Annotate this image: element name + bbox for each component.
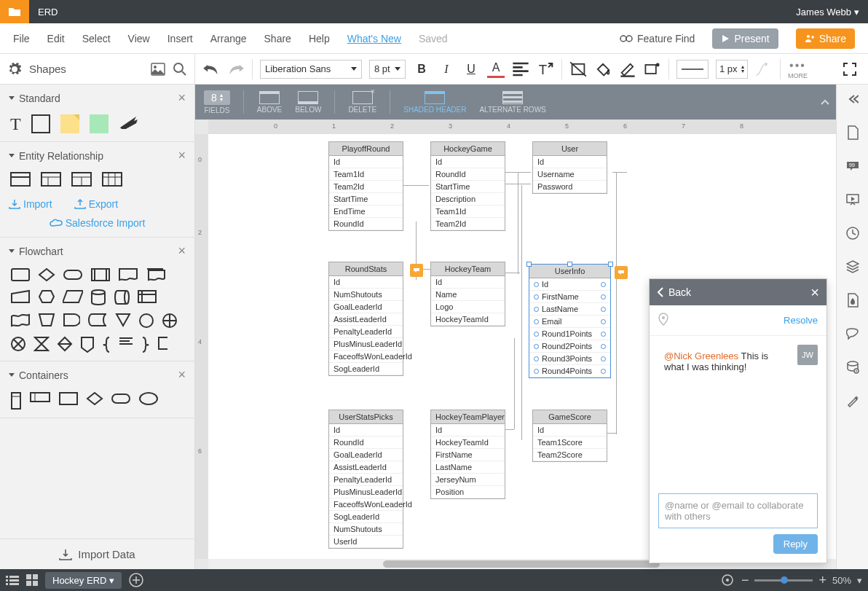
close-icon[interactable]: ×: [178, 243, 186, 259]
magic-icon[interactable]: [844, 392, 861, 410]
import-data-button[interactable]: Import Data: [0, 539, 194, 569]
shape-predefined[interactable]: [90, 267, 111, 282]
erd-table-roundstats[interactable]: RoundStats Id NumShutouts GoalLeaderId A…: [328, 262, 403, 376]
erd-add-below[interactable]: BELOW: [295, 91, 321, 114]
comment-badge-icon[interactable]: [615, 266, 628, 279]
shape-preparation[interactable]: [38, 289, 55, 304]
shape-container-5[interactable]: [111, 391, 131, 406]
share-button[interactable]: Share: [796, 28, 855, 49]
shape-decision[interactable]: [38, 267, 55, 282]
crop-button[interactable]: [569, 60, 587, 78]
fill-button[interactable]: [594, 60, 612, 78]
speech-bubble-icon[interactable]: 99: [844, 157, 861, 175]
drop-icon[interactable]: [844, 291, 861, 309]
menu-select[interactable]: Select: [82, 33, 111, 44]
menu-arrange[interactable]: Arrange: [210, 33, 247, 44]
menu-insert[interactable]: Insert: [167, 33, 193, 44]
shape-options-button[interactable]: [644, 60, 661, 78]
menu-whats-new[interactable]: What's New: [347, 33, 401, 44]
shape-arrow[interactable]: [119, 114, 139, 129]
text-color-button[interactable]: A: [487, 60, 505, 78]
section-entity-header[interactable]: Entity Relationship ×: [0, 142, 194, 169]
shape-note[interactable]: [60, 114, 79, 133]
zoom-level[interactable]: 50%: [832, 575, 851, 586]
shape-container-3[interactable]: [58, 391, 79, 406]
erd-table-hockeygame[interactable]: HockeyGame Id RoundId StartTime Descript…: [430, 141, 505, 231]
shape-process[interactable]: [10, 267, 31, 282]
shape-off-page[interactable]: [80, 336, 95, 353]
shape-erd-4[interactable]: [102, 172, 122, 187]
grid-view-icon[interactable]: [26, 574, 38, 586]
shape-data[interactable]: [63, 289, 83, 304]
rail-collapse-button[interactable]: [844, 90, 861, 108]
more-toolbar-button[interactable]: ••• MORE: [788, 59, 808, 79]
shape-terminator[interactable]: [63, 267, 83, 282]
section-containers-header[interactable]: Containers ×: [0, 361, 194, 388]
erd-delete-row[interactable]: ×DELETE: [348, 91, 376, 114]
presentation-icon[interactable]: [844, 191, 861, 208]
align-button[interactable]: [512, 60, 529, 78]
shape-multidoc[interactable]: [146, 267, 166, 282]
close-icon[interactable]: ×: [178, 90, 186, 106]
menu-file[interactable]: File: [13, 33, 30, 44]
shape-rect[interactable]: [31, 114, 50, 133]
font-size-select[interactable]: 8 pt: [369, 60, 406, 79]
zoom-slider[interactable]: [754, 579, 813, 582]
shape-block[interactable]: [90, 114, 108, 133]
font-select[interactable]: Liberation Sans: [260, 60, 362, 79]
comment-back-button[interactable]: Back: [657, 286, 691, 298]
underline-button[interactable]: U: [462, 60, 480, 78]
shape-annotation[interactable]: [157, 336, 172, 351]
shape-internal-storage[interactable]: [137, 289, 157, 304]
data-link-icon[interactable]: [844, 359, 861, 376]
comment-badge-icon[interactable]: [410, 264, 423, 277]
shape-stored-data[interactable]: [87, 313, 108, 327]
shape-text[interactable]: T: [10, 114, 21, 134]
fullscreen-button[interactable]: [839, 63, 861, 76]
search-icon[interactable]: [173, 62, 187, 77]
shape-container-4[interactable]: [86, 391, 103, 406]
erd-fields-count[interactable]: 8▴▾ FIELDS: [204, 90, 230, 114]
layers-icon[interactable]: [844, 258, 861, 275]
erd-alternate-rows[interactable]: ALTERNATE ROWS: [479, 91, 545, 114]
shape-database[interactable]: [90, 289, 106, 305]
close-icon[interactable]: ×: [178, 367, 186, 383]
line-style-select[interactable]: [676, 60, 709, 79]
menu-help[interactable]: Help: [309, 33, 330, 44]
italic-button[interactable]: I: [438, 60, 455, 78]
shape-manual-input[interactable]: [10, 289, 31, 304]
shape-erd-1[interactable]: [10, 172, 31, 187]
list-view-icon[interactable]: [6, 575, 19, 585]
import-link[interactable]: Import: [9, 198, 52, 210]
shape-document[interactable]: [118, 267, 138, 282]
undo-button[interactable]: [202, 60, 220, 78]
shape-summing-junction[interactable]: [10, 336, 26, 352]
shape-note-line[interactable]: [119, 336, 133, 346]
shape-container-6[interactable]: [138, 391, 159, 406]
shape-merge[interactable]: [115, 313, 131, 327]
history-icon[interactable]: [844, 224, 861, 242]
shape-sort[interactable]: [57, 336, 73, 352]
erd-shaded-header[interactable]: SHADED HEADER: [403, 91, 466, 114]
connector-button[interactable]: [755, 60, 773, 78]
shape-paper-tape[interactable]: [10, 313, 31, 327]
erd-table-hockeyteam[interactable]: HockeyTeam Id Name Logo HockeyTeamId: [430, 262, 505, 326]
close-icon[interactable]: ×: [178, 148, 186, 163]
erdbar-collapse-icon[interactable]: [818, 95, 832, 109]
page-tab[interactable]: Hockey ERD▾: [45, 572, 122, 589]
target-icon[interactable]: [721, 574, 734, 587]
erd-table-playoffround[interactable]: PlayoffRound Id Team1Id Team2Id StartTim…: [328, 141, 403, 231]
shape-erd-3[interactable]: [71, 172, 92, 187]
line-color-button[interactable]: [619, 60, 636, 78]
add-page-button[interactable]: [129, 573, 143, 587]
line-width-select[interactable]: 1 px▴▾: [716, 60, 748, 79]
zoom-out-button[interactable]: −: [741, 573, 749, 588]
menu-edit[interactable]: Edit: [47, 33, 65, 44]
shape-collate[interactable]: [33, 336, 50, 352]
feature-find-button[interactable]: Feature Find: [620, 33, 695, 44]
shape-container-1[interactable]: [10, 391, 22, 410]
user-menu[interactable]: James Webb ▾: [787, 7, 868, 17]
erd-table-gamescore[interactable]: GameScore Id Team1Score Team2Score: [532, 410, 607, 462]
menu-share[interactable]: Share: [264, 33, 291, 44]
erd-table-userinfo[interactable]: UserInfo Id FirstName LastName Email Rou…: [529, 264, 611, 378]
